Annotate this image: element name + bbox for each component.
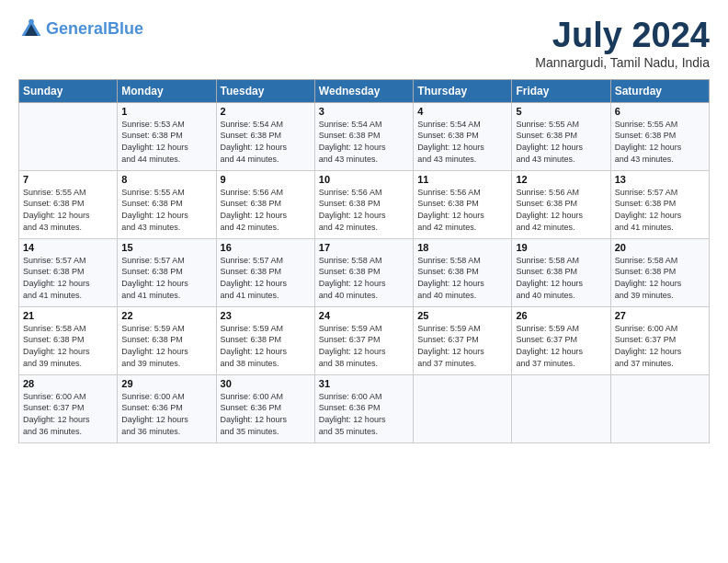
calendar-table: SundayMondayTuesdayWednesdayThursdayFrid… (18, 79, 710, 443)
calendar-cell: 22Sunrise: 5:59 AM Sunset: 6:38 PM Dayli… (118, 306, 216, 374)
logo-general: General (46, 19, 108, 38)
day-number: 26 (516, 310, 606, 321)
calendar-cell (512, 374, 610, 442)
calendar-cell: 3Sunrise: 5:54 AM Sunset: 6:38 PM Daylig… (314, 102, 413, 170)
calendar-cell: 13Sunrise: 5:57 AM Sunset: 6:38 PM Dayli… (610, 170, 709, 238)
calendar-cell: 23Sunrise: 5:59 AM Sunset: 6:38 PM Dayli… (216, 306, 314, 374)
calendar-cell: 24Sunrise: 5:59 AM Sunset: 6:37 PM Dayli… (314, 306, 413, 374)
calendar-cell: 10Sunrise: 5:56 AM Sunset: 6:38 PM Dayli… (314, 170, 413, 238)
day-info: Sunrise: 5:55 AM Sunset: 6:38 PM Dayligh… (615, 119, 705, 165)
day-number: 23 (221, 310, 311, 321)
day-number: 2 (221, 106, 311, 117)
day-info: Sunrise: 5:55 AM Sunset: 6:38 PM Dayligh… (516, 119, 606, 165)
day-number: 30 (221, 378, 311, 389)
logo-icon (18, 17, 44, 42)
calendar-cell (414, 374, 512, 442)
calendar-cell: 1Sunrise: 5:53 AM Sunset: 6:38 PM Daylig… (118, 102, 216, 170)
calendar-cell: 7Sunrise: 5:55 AM Sunset: 6:38 PM Daylig… (19, 170, 118, 238)
day-info: Sunrise: 6:00 AM Sunset: 6:37 PM Dayligh… (615, 323, 705, 369)
day-number: 13 (615, 174, 705, 185)
day-info: Sunrise: 6:00 AM Sunset: 6:36 PM Dayligh… (319, 391, 409, 437)
col-header-saturday: Saturday (610, 79, 709, 102)
calendar-cell: 26Sunrise: 5:59 AM Sunset: 6:37 PM Dayli… (512, 306, 610, 374)
calendar-cell: 2Sunrise: 5:54 AM Sunset: 6:38 PM Daylig… (216, 102, 314, 170)
day-number: 31 (319, 378, 409, 389)
calendar-cell: 20Sunrise: 5:58 AM Sunset: 6:38 PM Dayli… (610, 238, 709, 306)
day-number: 10 (319, 174, 409, 185)
calendar-cell: 31Sunrise: 6:00 AM Sunset: 6:36 PM Dayli… (314, 374, 413, 442)
day-info: Sunrise: 5:56 AM Sunset: 6:38 PM Dayligh… (417, 187, 507, 233)
calendar-cell: 4Sunrise: 5:54 AM Sunset: 6:38 PM Daylig… (414, 102, 512, 170)
header: GeneralBlue July 2024 Mannargudi, Tamil … (18, 17, 710, 70)
day-info: Sunrise: 5:58 AM Sunset: 6:38 PM Dayligh… (319, 255, 409, 301)
day-info: Sunrise: 5:55 AM Sunset: 6:38 PM Dayligh… (121, 187, 211, 233)
svg-point-2 (28, 19, 34, 25)
week-row-4: 28Sunrise: 6:00 AM Sunset: 6:37 PM Dayli… (19, 374, 710, 442)
header-row: SundayMondayTuesdayWednesdayThursdayFrid… (19, 79, 710, 102)
page: GeneralBlue July 2024 Mannargudi, Tamil … (0, 0, 728, 453)
day-number: 15 (121, 242, 211, 253)
day-number: 17 (319, 242, 409, 253)
week-row-2: 14Sunrise: 5:57 AM Sunset: 6:38 PM Dayli… (19, 238, 710, 306)
calendar-cell (19, 102, 118, 170)
day-number: 28 (23, 378, 113, 389)
location: Mannargudi, Tamil Nadu, India (535, 55, 710, 70)
day-number: 19 (516, 242, 606, 253)
title-block: July 2024 Mannargudi, Tamil Nadu, India (535, 17, 710, 70)
col-header-sunday: Sunday (19, 79, 118, 102)
calendar-cell: 9Sunrise: 5:56 AM Sunset: 6:38 PM Daylig… (216, 170, 314, 238)
day-info: Sunrise: 5:57 AM Sunset: 6:38 PM Dayligh… (121, 255, 211, 301)
calendar-cell: 21Sunrise: 5:58 AM Sunset: 6:38 PM Dayli… (19, 306, 118, 374)
col-header-wednesday: Wednesday (314, 79, 413, 102)
day-info: Sunrise: 5:54 AM Sunset: 6:38 PM Dayligh… (319, 119, 409, 165)
day-info: Sunrise: 6:00 AM Sunset: 6:36 PM Dayligh… (221, 391, 311, 437)
calendar-cell: 5Sunrise: 5:55 AM Sunset: 6:38 PM Daylig… (512, 102, 610, 170)
day-info: Sunrise: 5:57 AM Sunset: 6:38 PM Dayligh… (615, 187, 705, 233)
day-info: Sunrise: 5:57 AM Sunset: 6:38 PM Dayligh… (23, 255, 113, 301)
calendar-cell (610, 374, 709, 442)
day-info: Sunrise: 5:56 AM Sunset: 6:38 PM Dayligh… (516, 187, 606, 233)
day-info: Sunrise: 5:58 AM Sunset: 6:38 PM Dayligh… (417, 255, 507, 301)
day-number: 24 (319, 310, 409, 321)
calendar-cell: 19Sunrise: 5:58 AM Sunset: 6:38 PM Dayli… (512, 238, 610, 306)
day-info: Sunrise: 5:59 AM Sunset: 6:37 PM Dayligh… (516, 323, 606, 369)
day-number: 11 (417, 174, 507, 185)
day-number: 1 (121, 106, 211, 117)
day-info: Sunrise: 5:53 AM Sunset: 6:38 PM Dayligh… (121, 119, 211, 165)
day-number: 9 (221, 174, 311, 185)
calendar-cell: 8Sunrise: 5:55 AM Sunset: 6:38 PM Daylig… (118, 170, 216, 238)
calendar-cell: 12Sunrise: 5:56 AM Sunset: 6:38 PM Dayli… (512, 170, 610, 238)
calendar-cell: 29Sunrise: 6:00 AM Sunset: 6:36 PM Dayli… (118, 374, 216, 442)
calendar-cell: 16Sunrise: 5:57 AM Sunset: 6:38 PM Dayli… (216, 238, 314, 306)
day-info: Sunrise: 5:57 AM Sunset: 6:38 PM Dayligh… (221, 255, 311, 301)
day-number: 21 (23, 310, 113, 321)
day-number: 29 (121, 378, 211, 389)
calendar-cell: 15Sunrise: 5:57 AM Sunset: 6:38 PM Dayli… (118, 238, 216, 306)
day-info: Sunrise: 5:58 AM Sunset: 6:38 PM Dayligh… (23, 323, 113, 369)
day-info: Sunrise: 5:59 AM Sunset: 6:37 PM Dayligh… (417, 323, 507, 369)
day-number: 22 (121, 310, 211, 321)
day-info: Sunrise: 5:54 AM Sunset: 6:38 PM Dayligh… (221, 119, 311, 165)
day-number: 5 (516, 106, 606, 117)
col-header-tuesday: Tuesday (216, 79, 314, 102)
day-info: Sunrise: 5:58 AM Sunset: 6:38 PM Dayligh… (615, 255, 705, 301)
logo-blue: Blue (108, 19, 143, 38)
day-info: Sunrise: 5:59 AM Sunset: 6:38 PM Dayligh… (221, 323, 311, 369)
calendar-cell: 18Sunrise: 5:58 AM Sunset: 6:38 PM Dayli… (414, 238, 512, 306)
day-number: 16 (221, 242, 311, 253)
week-row-1: 7Sunrise: 5:55 AM Sunset: 6:38 PM Daylig… (19, 170, 710, 238)
day-number: 25 (417, 310, 507, 321)
calendar-cell: 30Sunrise: 6:00 AM Sunset: 6:36 PM Dayli… (216, 374, 314, 442)
day-number: 18 (417, 242, 507, 253)
day-number: 14 (23, 242, 113, 253)
week-row-0: 1Sunrise: 5:53 AM Sunset: 6:38 PM Daylig… (19, 102, 710, 170)
day-info: Sunrise: 5:56 AM Sunset: 6:38 PM Dayligh… (319, 187, 409, 233)
calendar-cell: 25Sunrise: 5:59 AM Sunset: 6:37 PM Dayli… (414, 306, 512, 374)
calendar-cell: 6Sunrise: 5:55 AM Sunset: 6:38 PM Daylig… (610, 102, 709, 170)
day-number: 8 (121, 174, 211, 185)
week-row-3: 21Sunrise: 5:58 AM Sunset: 6:38 PM Dayli… (19, 306, 710, 374)
day-info: Sunrise: 6:00 AM Sunset: 6:37 PM Dayligh… (23, 391, 113, 437)
col-header-monday: Monday (118, 79, 216, 102)
day-info: Sunrise: 5:58 AM Sunset: 6:38 PM Dayligh… (516, 255, 606, 301)
day-info: Sunrise: 5:56 AM Sunset: 6:38 PM Dayligh… (221, 187, 311, 233)
